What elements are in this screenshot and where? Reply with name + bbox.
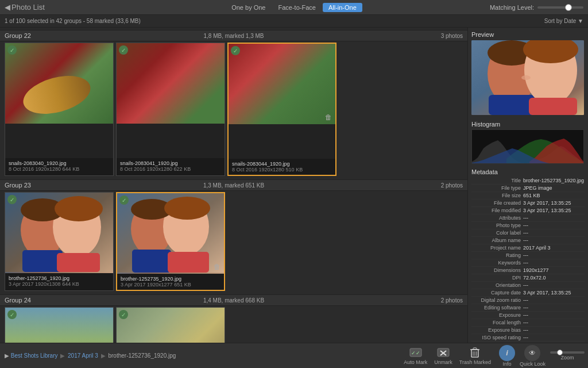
svg-point-4 [55,196,103,221]
meta-val: 72.0x72.0 [523,275,585,281]
group-22-count: 3 photos [310,33,463,39]
metadata-section: Metadata Titlebrother-1252735_1920.jpgFi… [468,166,588,343]
histogram-label: Histogram [471,121,585,128]
group-23-size: 1,3 MB, marked 651 KB [157,182,310,189]
photo-name-1: snails-2083040_1920.jpg [9,160,110,166]
photo-thumb-snail-3: ✓ 🗑 [229,44,335,124]
view-all-in-one[interactable]: All-in-One [323,3,362,12]
quick-look-icon: 👁 [529,349,536,357]
view-face-to-face[interactable]: Face-to-Face [273,3,322,12]
trash-overlay-5: 🗑 [212,262,222,271]
group-23-photos: ✓ [0,192,467,294]
photo-outdoor-2[interactable]: ✓ outdoor photo 2 [116,307,225,343]
svg-rect-20 [529,98,577,115]
group-23-header: Group 23 1,3 MB, marked 651 KB 2 photos [0,179,467,191]
meta-val: 3 Apr 2017, 13:35:25 [523,290,585,296]
preview-image [471,40,584,115]
meta-val: 3 Apr 2017, 13:35:25 [523,200,585,206]
zoom-slider[interactable] [550,351,585,354]
metadata-row: Dimensions1920x1277 [471,267,585,274]
sort-button[interactable]: Sort by Date ▼ [544,18,583,24]
meta-key: File size [471,193,523,198]
meta-key: Exposure bias [471,327,523,333]
metadata-row: Attributes--- [471,214,585,222]
histogram-svg [472,130,584,164]
meta-key: Title [471,178,523,183]
photo-brother-2[interactable]: ✓ 🗑 [116,192,225,291]
meta-key: Attributes [471,215,523,221]
metadata-row: Keywords--- [471,259,585,267]
breadcrumb: ▶ Best Shots Library ▶ 2017 April 3 ▶ br… [0,352,399,359]
metadata-row: ISO speed rating--- [471,334,585,342]
group-24-header: Group 24 1,4 MB, marked 668 KB 2 photos [0,294,467,306]
photo-info-2: snails-2083041_1920.jpg 8 Oct 2016 1920x… [117,158,225,174]
breadcrumb-sep-2: ▶ [101,352,107,359]
metadata-row: Digital zoom ratio--- [471,297,585,304]
photo-snail-1[interactable]: ✓ snails-2083040_1920.jpg 8 Oct 2016 192… [5,43,114,176]
photo-outdoor-1[interactable]: ✓ outdoor photo [5,307,114,343]
meta-key: DPI [471,275,523,281]
back-label: Photo List [11,3,45,12]
breadcrumb-folder[interactable]: 2017 April 3 [68,352,98,359]
photo-brother-1[interactable]: ✓ [5,192,114,291]
photo-thumb-outdoor-1: ✓ [5,308,113,343]
photo-meta-1: 8 Oct 2016 1920x1280 644 KB [9,166,110,172]
view-one-by-one[interactable]: One by One [226,3,271,12]
photo-thumb-brother-1: ✓ [5,193,113,273]
svg-rect-12 [132,250,171,273]
meta-val: --- [523,237,585,243]
metadata-label: Metadata [471,168,585,175]
meta-val: --- [523,215,585,221]
metadata-row: Exposure--- [471,312,585,319]
unmark-svg [436,347,450,358]
svg-rect-13 [168,252,209,273]
photo-snail-3[interactable]: ✓ 🗑 snails-2083044_1920.jpg 8 Oct 2016 1… [227,43,336,176]
meta-key: Capture date [471,290,523,296]
quick-look-btn-group: 👁 Quick Look [520,345,546,367]
meta-key: Keywords [471,260,523,266]
photo-name-5: brother-1252735_1920.jpg [121,276,220,282]
svg-text:✓✓: ✓✓ [411,350,420,356]
meta-val: --- [523,252,585,258]
back-button[interactable]: ◀ Photo List [5,3,45,12]
brother-2-svg [117,193,224,273]
quick-look-button[interactable]: 👁 [524,345,540,361]
meta-val: 1920x1277 [523,267,585,273]
photo-empty-2 [117,124,225,158]
metadata-row: Album name--- [471,237,585,244]
meta-key: Orientation [471,282,523,288]
status-text: 1 of 100 selected in 42 groups - 58 mark… [5,18,141,24]
bottom-tools: ✓✓ Auto Mark Unmark [399,347,496,365]
breadcrumb-library-icon: ▶ [5,352,9,359]
meta-key: Photo type [471,223,523,228]
info-button[interactable]: i [499,345,515,361]
check-overlay-5: ✓ [119,195,129,205]
auto-mark-button[interactable]: ✓✓ Auto Mark [404,347,427,365]
metadata-row: Exposure bias--- [471,327,585,334]
breadcrumb-library[interactable]: Best Shots Library [11,352,58,359]
meta-key: File type [471,185,523,191]
metadata-rows: Titlebrother-1252735_1920.jpgFile typeJP… [471,177,585,343]
metadata-row: Capture date3 Apr 2017, 13:35:25 [471,289,585,297]
zoom-label: Zoom [560,355,574,361]
main-layout: Group 22 1,8 MB, marked 1,3 MB 3 photos … [0,28,588,343]
matching-slider[interactable] [537,6,583,9]
meta-key: File modified [471,208,523,213]
metadata-row: File created3 Apr 2017, 13:35:25 [471,200,585,207]
metadata-row: Color label--- [471,229,585,237]
photo-thumb-snail-2: ✓ [117,43,225,124]
group-24-size: 1,4 MB, marked 668 KB [157,297,310,304]
breadcrumb-sep-1: ▶ [60,352,67,359]
auto-mark-svg: ✓✓ [409,347,423,358]
group-23-count: 2 photos [310,182,463,189]
trash-marked-button[interactable]: Trash Marked [459,347,491,365]
meta-val: --- [523,327,585,333]
right-panel: Preview [467,28,588,343]
photo-snail-2[interactable]: ✓ snails-2083041_1920.jpg 8 Oct 2016 192… [116,43,225,176]
top-bar: ◀ Photo List One by One Face-to-Face All… [0,0,588,15]
meta-val: --- [523,320,585,325]
unmark-button[interactable]: Unmark [434,347,452,365]
photo-empty-3 [229,124,335,159]
preview-svg [471,40,584,115]
bottom-bar: ▶ Best Shots Library ▶ 2017 April 3 ▶ br… [0,343,588,368]
